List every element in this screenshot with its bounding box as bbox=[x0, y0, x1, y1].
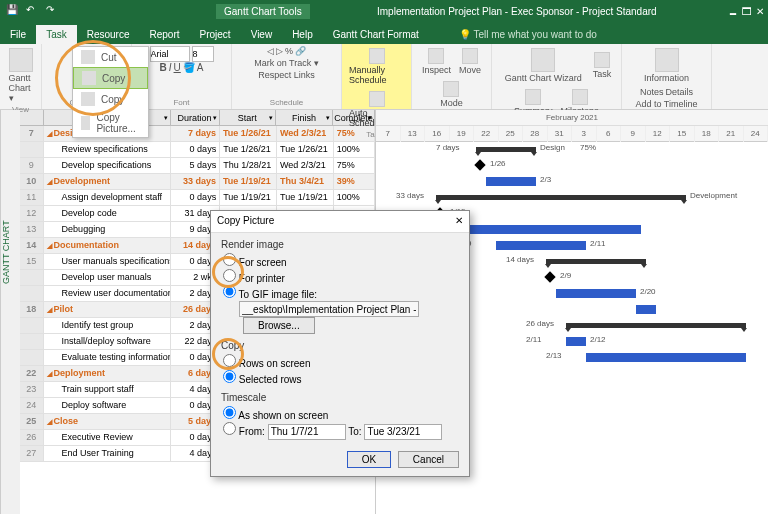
tell-me[interactable]: 💡 Tell me what you want to do bbox=[449, 25, 607, 44]
task-button[interactable]: Task bbox=[590, 50, 615, 81]
milestone-icon bbox=[572, 89, 588, 105]
gantt-bar bbox=[566, 323, 746, 328]
ok-button[interactable]: OK bbox=[347, 451, 391, 468]
timeline-button[interactable]: Add to Timeline bbox=[635, 99, 697, 109]
wizard-icon bbox=[531, 48, 555, 72]
context-tab-label: Gantt Chart Tools bbox=[216, 4, 310, 19]
col-complete[interactable]: Complete▾ bbox=[333, 110, 375, 125]
menu-copy[interactable]: Copy bbox=[73, 67, 148, 89]
dialog-close-button[interactable]: ✕ bbox=[455, 215, 463, 228]
gantt-bar bbox=[476, 147, 536, 152]
minimize-icon[interactable]: 🗕 bbox=[728, 6, 738, 17]
timescale: February 2021 71316192225283136912151821… bbox=[376, 110, 768, 142]
font-color-icon[interactable]: A bbox=[197, 62, 204, 73]
radio-for-printer[interactable]: For printer bbox=[221, 269, 459, 284]
bold-button[interactable]: B bbox=[160, 62, 167, 73]
pin-icon bbox=[369, 48, 385, 64]
ribbon-tabs: File Task Resource Report Project View H… bbox=[0, 22, 768, 44]
to-date-input[interactable] bbox=[364, 424, 442, 440]
mode-button[interactable]: Mode bbox=[437, 79, 466, 110]
move-button[interactable]: Move bbox=[456, 46, 484, 77]
timescale-month: February 2021 bbox=[376, 110, 768, 126]
move-icon bbox=[462, 48, 478, 64]
fill-color-icon[interactable]: 🪣 bbox=[183, 62, 195, 73]
quick-access-toolbar: 💾 ↶ ↷ bbox=[0, 4, 66, 18]
gantt-wizard-button[interactable]: Gantt Chart Wizard bbox=[499, 46, 588, 85]
gantt-bar bbox=[566, 337, 586, 346]
font-size-input[interactable] bbox=[192, 46, 214, 62]
radio-to-gif[interactable]: To GIF image file: bbox=[221, 285, 459, 300]
gif-path-input[interactable] bbox=[239, 301, 419, 317]
tab-help[interactable]: Help bbox=[282, 25, 323, 44]
copy-picture-dialog: Copy Picture ✕ Render image For screen F… bbox=[210, 210, 470, 477]
mark-on-track-button[interactable]: Mark on Track ▾ bbox=[254, 58, 319, 68]
percent-icon[interactable]: % bbox=[285, 46, 293, 56]
paste-dropdown-menu: Cut Copy Copy Copy Picture... bbox=[72, 46, 149, 138]
table-row[interactable]: 9Develop specifications5 daysThu 1/28/21… bbox=[20, 158, 375, 174]
maximize-icon[interactable]: 🗖 bbox=[742, 6, 752, 17]
copy-icon bbox=[82, 71, 96, 85]
information-button[interactable]: Information bbox=[638, 46, 695, 85]
tab-view[interactable]: View bbox=[241, 25, 283, 44]
respect-links-button[interactable]: Respect Links bbox=[258, 70, 315, 80]
menu-copy-picture[interactable]: Copy Picture... bbox=[73, 109, 148, 137]
tab-file[interactable]: File bbox=[0, 25, 36, 44]
copy-icon bbox=[81, 92, 95, 106]
gantt-bar bbox=[556, 289, 636, 298]
col-id[interactable] bbox=[20, 110, 44, 125]
gantt-bar bbox=[496, 241, 586, 250]
radio-as-shown[interactable]: As shown on screen bbox=[221, 406, 459, 421]
manual-schedule-button[interactable]: Manually Schedule bbox=[346, 46, 407, 87]
menu-copy-2[interactable]: Copy bbox=[73, 89, 148, 109]
ribbon: Gantt Chart ▾ View Paste Cut Copy Copy C… bbox=[0, 44, 768, 110]
radio-rows-screen[interactable]: Rows on screen bbox=[221, 354, 459, 369]
auto-icon bbox=[369, 91, 385, 107]
gantt-bar bbox=[586, 353, 746, 362]
save-icon[interactable]: 💾 bbox=[6, 4, 20, 18]
task-icon bbox=[594, 52, 610, 68]
table-row[interactable]: 11Assign development staff0 daysTue 1/19… bbox=[20, 190, 375, 206]
col-start[interactable]: Start▾ bbox=[220, 110, 277, 125]
gantt-chart-button[interactable]: Gantt Chart ▾ bbox=[3, 46, 39, 105]
render-legend: Render image bbox=[221, 239, 459, 250]
menu-cut[interactable]: Cut bbox=[73, 47, 148, 67]
title-bar: 💾 ↶ ↷ Gantt Chart Tools Implementation P… bbox=[0, 0, 768, 22]
milestone-marker bbox=[544, 271, 555, 282]
font-name-input[interactable] bbox=[150, 46, 190, 62]
copy-legend: Copy bbox=[221, 340, 459, 351]
tab-task[interactable]: Task bbox=[36, 25, 77, 44]
document-title: Implementation Project Plan - Exec Spons… bbox=[310, 6, 724, 17]
radio-for-screen[interactable]: For screen bbox=[221, 253, 459, 268]
inspect-icon bbox=[428, 48, 444, 64]
info-icon bbox=[655, 48, 679, 72]
table-row[interactable]: 10Development33 daysTue 1/19/21Thu 3/4/2… bbox=[20, 174, 375, 190]
tab-format[interactable]: Gantt Chart Format bbox=[323, 25, 429, 44]
cancel-button[interactable]: Cancel bbox=[398, 451, 459, 468]
browse-button[interactable]: Browse... bbox=[243, 317, 315, 334]
details-button[interactable]: Details bbox=[666, 87, 694, 97]
tab-project[interactable]: Project bbox=[190, 25, 241, 44]
summary-icon bbox=[525, 89, 541, 105]
gantt-bar bbox=[636, 305, 656, 314]
table-row[interactable]: Review specifications0 daysTue 1/26/21Tu… bbox=[20, 142, 375, 158]
dialog-title: Copy Picture bbox=[217, 215, 274, 228]
radio-from[interactable]: From: To: bbox=[221, 422, 459, 440]
notes-button[interactable]: Notes bbox=[640, 87, 664, 97]
undo-icon[interactable]: ↶ bbox=[26, 4, 40, 18]
milestone-marker bbox=[474, 159, 485, 170]
col-finish[interactable]: Finish▾ bbox=[276, 110, 333, 125]
gantt-bar bbox=[546, 259, 646, 264]
tab-report[interactable]: Report bbox=[140, 25, 190, 44]
underline-button[interactable]: U bbox=[174, 62, 181, 73]
inspect-button[interactable]: Inspect bbox=[419, 46, 454, 77]
col-duration[interactable]: Duration▾ bbox=[171, 110, 220, 125]
italic-button[interactable]: I bbox=[169, 62, 172, 73]
outdent-icon[interactable]: ◁ bbox=[267, 46, 274, 56]
radio-selected-rows[interactable]: Selected rows bbox=[221, 370, 459, 385]
from-date-input[interactable] bbox=[268, 424, 346, 440]
link-icon[interactable]: 🔗 bbox=[295, 46, 306, 56]
tab-resource[interactable]: Resource bbox=[77, 25, 140, 44]
close-icon[interactable]: ✕ bbox=[756, 6, 764, 17]
redo-icon[interactable]: ↷ bbox=[46, 4, 60, 18]
indent-icon[interactable]: ▷ bbox=[276, 46, 283, 56]
